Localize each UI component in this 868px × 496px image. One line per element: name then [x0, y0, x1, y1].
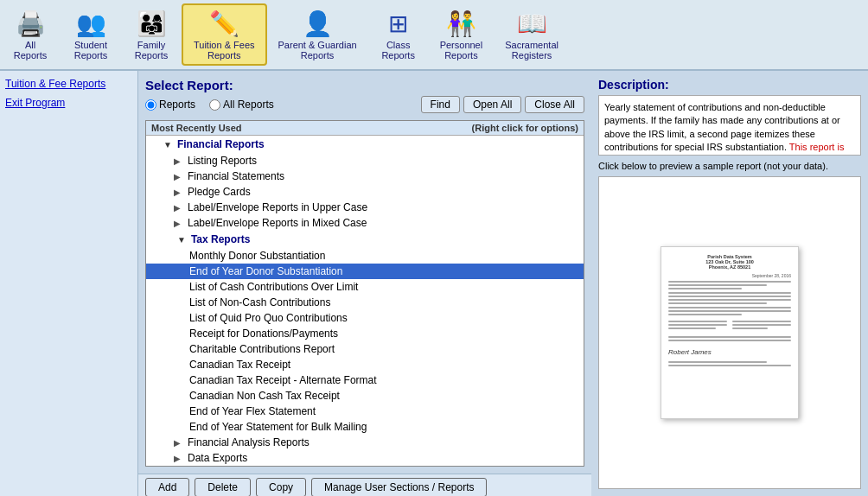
- tree-header-left: Most Recently Used: [151, 123, 242, 133]
- chevron-right-icon: ▶: [174, 172, 186, 181]
- radio-all-reports[interactable]: [209, 99, 220, 111]
- toolbar-class-reports-label: Class Reports: [381, 40, 415, 60]
- close-all-button[interactable]: Close All: [525, 96, 584, 113]
- list-item[interactable]: Charitable Contributions Report: [146, 341, 584, 357]
- financial-analysis-reports-item[interactable]: ▶ Financial Analysis Reports: [146, 435, 584, 450]
- toolbar-parent-guardian-reports[interactable]: 👤 Parent & Guardian Reports: [267, 3, 368, 66]
- description-title: Description:: [598, 78, 861, 92]
- student-icon: 👥: [76, 10, 106, 38]
- preview-document: Parish Data System123 Oak Dr, Suite 100P…: [661, 246, 799, 419]
- description-text-box: Yearly statement of contributions and no…: [598, 95, 861, 156]
- list-item[interactable]: Receipt for Donations/Payments: [146, 326, 584, 341]
- printer-icon: 🖨️: [16, 10, 46, 38]
- action-buttons: Add Delete Copy Manage User Sections / R…: [145, 478, 584, 496]
- sacramental-icon: 📖: [517, 10, 547, 38]
- chevron-right-icon: ▶: [174, 219, 186, 228]
- delete-button[interactable]: Delete: [195, 478, 251, 496]
- chevron-down-icon: ▼: [163, 140, 172, 149]
- class-icon: ⊞: [388, 10, 408, 38]
- toolbar-parent-guardian-label: Parent & Guardian Reports: [278, 40, 357, 60]
- list-item[interactable]: End of Year Flex Statement: [146, 404, 584, 419]
- select-report-title: Select Report:: [145, 78, 584, 92]
- toolbar-family-reports[interactable]: 👨‍👩‍👧 Family Reports: [121, 3, 182, 66]
- financial-reports-section[interactable]: ▼ Financial Reports: [146, 136, 584, 153]
- list-item[interactable]: List of Cash Contributions Over Limit: [146, 279, 584, 295]
- copy-button[interactable]: Copy: [256, 478, 306, 496]
- toolbar-tuition-fees-reports[interactable]: ✏️ Tuition & Fees Reports: [182, 3, 267, 66]
- data-exports-item[interactable]: ▶ Data Exports: [146, 450, 584, 466]
- toolbar-all-reports[interactable]: 🖨️ All Reports: [0, 3, 61, 66]
- toolbar-family-reports-label: Family Reports: [135, 40, 169, 60]
- parent-icon: 👤: [303, 10, 333, 38]
- toolbar-personnel-reports[interactable]: 👫 Personnel Reports: [429, 3, 495, 66]
- tree-header: Most Recently Used (Right click for opti…: [146, 121, 584, 136]
- personnel-icon: 👫: [446, 10, 476, 38]
- list-item[interactable]: ▶ Label/Envelope Reports in Mixed Case: [146, 215, 584, 231]
- add-button[interactable]: Add: [145, 478, 189, 496]
- radio-reports[interactable]: [145, 99, 156, 111]
- sidebar-exit-program-link[interactable]: Exit Program: [5, 97, 132, 109]
- toolbar-sacramental-registers-label: Sacramental Registers: [505, 40, 558, 60]
- bottom-bar: Add Delete Copy Manage User Sections / R…: [138, 474, 591, 496]
- description-click-text: Click below to preview a sample report (…: [598, 161, 861, 171]
- toolbar: 🖨️ All Reports 👥 Student Reports 👨‍👩‍👧 F…: [0, 0, 868, 71]
- tree-header-right: (Right click for options): [472, 123, 578, 133]
- chevron-right-icon: ▶: [174, 188, 186, 197]
- chevron-right-icon: ▶: [174, 438, 186, 448]
- description-panel: Description: Yearly statement of contrib…: [591, 71, 868, 496]
- toolbar-student-reports[interactable]: 👥 Student Reports: [61, 3, 121, 66]
- list-item[interactable]: ▶ Pledge Cards: [146, 184, 584, 200]
- radio-reports-label[interactable]: Reports: [145, 99, 195, 111]
- list-item[interactable]: Canadian Tax Receipt - Alternate Format: [146, 372, 584, 388]
- tuition-icon: ✏️: [209, 10, 239, 38]
- chevron-down-icon: ▼: [177, 235, 186, 245]
- list-item[interactable]: Monthly Donor Substantiation: [146, 248, 584, 264]
- main-container: Tuition & Fee Reports Exit Program Selec…: [0, 71, 868, 496]
- list-item[interactable]: End of Year Statement for Bulk Mailing: [146, 419, 584, 435]
- sidebar: Tuition & Fee Reports Exit Program: [0, 71, 138, 496]
- toolbar-all-reports-label: All Reports: [14, 40, 48, 60]
- list-item[interactable]: ▶ Listing Reports: [146, 153, 584, 169]
- tax-reports-section[interactable]: ▼ Tax Reports: [146, 231, 584, 248]
- signature-area: Robert James: [668, 348, 737, 359]
- list-item[interactable]: List of Quid Pro Quo Contributions: [146, 310, 584, 326]
- family-icon: 👨‍👩‍👧: [137, 10, 167, 38]
- chevron-right-icon: ▶: [174, 203, 186, 213]
- filter-row: Find Open All Close All: [421, 96, 584, 113]
- chevron-right-icon: ▶: [174, 454, 186, 463]
- chevron-right-icon: ▶: [174, 156, 186, 166]
- find-button[interactable]: Find: [421, 96, 460, 113]
- toolbar-tuition-fees-label: Tuition & Fees Reports: [194, 40, 255, 60]
- list-item[interactable]: List of Non-Cash Contributions: [146, 295, 584, 310]
- toolbar-personnel-reports-label: Personnel Reports: [440, 40, 483, 60]
- list-item[interactable]: Canadian Tax Receipt: [146, 357, 584, 372]
- list-item[interactable]: ▶ Financial Statements: [146, 169, 584, 184]
- radio-group: Reports All Reports: [145, 99, 274, 111]
- radio-all-reports-label[interactable]: All Reports: [209, 99, 274, 111]
- toolbar-class-reports[interactable]: ⊞ Class Reports: [368, 3, 429, 66]
- report-tree[interactable]: Most Recently Used (Right click for opti…: [145, 120, 584, 467]
- list-item[interactable]: ▶ Label/Envelope Reports in Upper Case: [146, 200, 584, 215]
- list-item[interactable]: Canadian Non Cash Tax Receipt: [146, 388, 584, 404]
- toolbar-student-reports-label: Student Reports: [74, 40, 108, 60]
- sidebar-tuition-fee-reports-link[interactable]: Tuition & Fee Reports: [5, 78, 132, 90]
- toolbar-sacramental-registers[interactable]: 📖 Sacramental Registers: [494, 3, 570, 66]
- manage-user-sections-button[interactable]: Manage User Sections / Reports: [311, 478, 487, 496]
- report-preview-box[interactable]: Parish Data System123 Oak Dr, Suite 100P…: [598, 176, 861, 489]
- end-of-year-donor-substantiation-item[interactable]: End of Year Donor Substantiation: [146, 264, 584, 279]
- content-area: Select Report: Reports All Reports Find …: [138, 71, 591, 474]
- open-all-button[interactable]: Open All: [463, 96, 521, 113]
